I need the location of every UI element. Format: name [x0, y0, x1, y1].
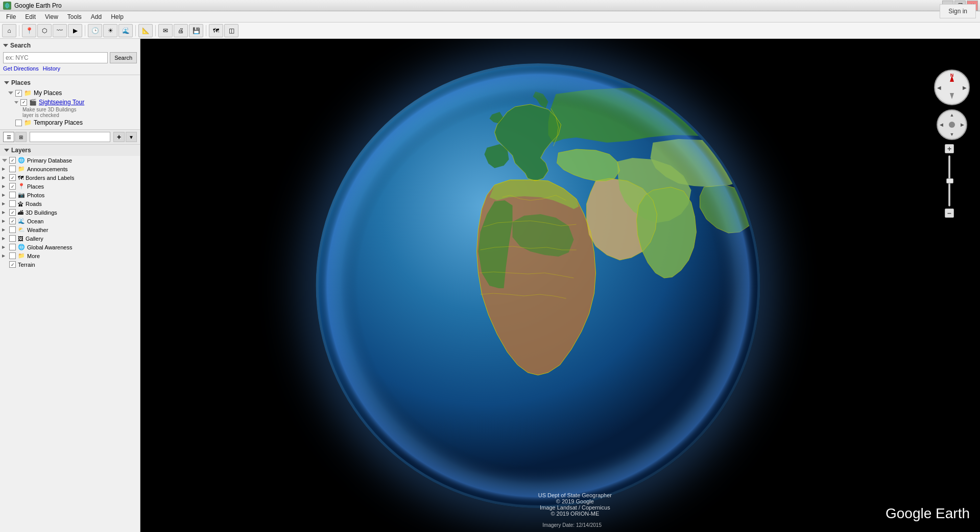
global-awareness-item[interactable]: ▶ 🌐 Global Awareness — [0, 243, 140, 251]
layer-add-button[interactable]: + — [113, 132, 125, 142]
global-awareness-icon: 🌐 — [18, 244, 25, 250]
menu-edit[interactable]: Edit — [21, 12, 40, 21]
tour-icon: 🎬 — [29, 99, 37, 106]
save-image-button[interactable]: 💾 — [189, 24, 203, 37]
3d-buildings-checkbox[interactable] — [9, 209, 16, 216]
email-button[interactable]: ✉ — [158, 24, 173, 37]
look-up-button[interactable]: ▲ — [950, 112, 954, 118]
compass-right-button[interactable]: ▶ — [963, 85, 967, 90]
my-places-item[interactable]: 📁 My Places — [0, 88, 140, 98]
measure-button[interactable]: 📐 — [138, 24, 153, 37]
get-directions-link[interactable]: Get Directions — [3, 65, 39, 72]
layers-search-input[interactable] — [30, 132, 110, 142]
search-button[interactable]: Search — [110, 52, 137, 63]
weather-item[interactable]: ▶ ⛅ Weather — [0, 225, 140, 234]
borders-labels-item[interactable]: ▶ 🗺 Borders and Labels — [0, 173, 140, 182]
more-checkbox[interactable] — [9, 252, 16, 259]
places-header[interactable]: Places — [0, 77, 140, 88]
map-maker-button[interactable]: 🗺 — [209, 24, 223, 37]
borders-checkbox[interactable] — [9, 174, 16, 181]
compass-left-button[interactable]: ◀ — [937, 85, 941, 90]
layer-list-view-button[interactable]: ☰ — [3, 132, 14, 142]
zoom-out-button[interactable]: – — [945, 209, 954, 218]
places-layer-icon: 📍 — [18, 183, 25, 190]
my-places-expand-icon — [8, 91, 13, 95]
view-button[interactable]: ◫ — [224, 24, 238, 37]
photos-item[interactable]: ▶ 📷 Photos — [0, 191, 140, 199]
roads-checkbox[interactable] — [9, 200, 16, 207]
look-right-button[interactable]: ▶ — [961, 122, 964, 127]
more-item[interactable]: ▶ 📁 More — [0, 251, 140, 260]
print-button[interactable]: 🖨 — [174, 24, 188, 37]
add-placemark-button[interactable]: 📍 — [22, 24, 36, 37]
roads-label: Roads — [26, 201, 42, 207]
look-down-button[interactable]: ▼ — [950, 132, 954, 137]
announcements-icon: 📁 — [18, 166, 25, 172]
announcements-item[interactable]: ▶ 📁 Announcements — [0, 165, 140, 173]
menu-add[interactable]: Add — [87, 12, 106, 21]
3d-buildings-item[interactable]: ▶ 🏙 3D Buildings — [0, 208, 140, 217]
sightseeing-tour-label[interactable]: Sightseeing Tour — [39, 99, 84, 106]
announcements-checkbox[interactable] — [9, 166, 16, 172]
roads-icon: 🛣 — [18, 201, 23, 207]
ocean-item[interactable]: ▶ 🌊 Ocean — [0, 217, 140, 225]
sightseeing-tour-item[interactable]: 🎬 Sightseeing Tour — [0, 98, 140, 107]
terrain-item[interactable]: Terrain — [0, 260, 140, 269]
my-places-checkbox[interactable] — [15, 90, 22, 97]
search-header[interactable]: Search — [3, 42, 137, 49]
layer-grid-view-button[interactable]: ⊞ — [15, 132, 27, 142]
places-layer-checkbox[interactable] — [9, 183, 16, 190]
sightseeing-expand-icon — [14, 101, 18, 104]
primary-db-expand-icon — [2, 159, 7, 162]
menu-file[interactable]: File — [2, 12, 20, 21]
gallery-checkbox[interactable] — [9, 235, 16, 242]
layer-menu-button[interactable]: ▼ — [126, 132, 137, 142]
global-awareness-checkbox[interactable] — [9, 244, 16, 250]
menu-tools[interactable]: Tools — [63, 12, 86, 21]
compass-outer[interactable]: N ◀ ▶ — [934, 70, 970, 105]
google-logo-text: Google — [886, 505, 931, 521]
historical-imagery-button[interactable]: 🕒 — [88, 24, 102, 37]
primary-database-item[interactable]: 🌐 Primary Database — [0, 156, 140, 165]
roads-item[interactable]: ▶ 🛣 Roads — [0, 199, 140, 208]
temporary-places-checkbox[interactable] — [15, 120, 22, 126]
toolbar-separator-4 — [155, 25, 156, 36]
layers-header[interactable]: Layers — [0, 145, 140, 156]
announcements-expand-icon: ▶ — [2, 167, 7, 171]
photos-checkbox[interactable] — [9, 192, 16, 198]
earth-globe — [316, 63, 760, 508]
sightseeing-checkbox[interactable] — [20, 99, 27, 106]
temporary-places-item[interactable]: 📁 Temporary Places — [0, 118, 140, 127]
menu-view[interactable]: View — [41, 12, 62, 21]
look-left-button[interactable]: ◀ — [940, 122, 943, 127]
add-polygon-button[interactable]: ⬡ — [37, 24, 52, 37]
weather-checkbox[interactable] — [9, 226, 16, 233]
roads-expand-icon: ▶ — [2, 201, 7, 206]
search-input-row: Search — [3, 52, 137, 63]
zoom-slider-thumb[interactable] — [946, 178, 953, 183]
add-path-button[interactable]: 〰 — [53, 24, 67, 37]
sun-button[interactable]: ☀ — [103, 24, 117, 37]
signin-button[interactable]: Sign in — [940, 4, 976, 18]
temp-folder-icon: 📁 — [24, 119, 32, 126]
history-link[interactable]: History — [43, 65, 60, 72]
terrain-checkbox[interactable] — [9, 261, 16, 268]
places-layer-expand-icon: ▶ — [2, 184, 7, 189]
ocean-checkbox[interactable] — [9, 218, 16, 224]
layers-toolbar-left: ☰ ⊞ — [3, 132, 27, 142]
places-layer-item[interactable]: ▶ 📍 Places — [0, 182, 140, 191]
gallery-item[interactable]: ▶ 🖼 Gallery — [0, 234, 140, 243]
titlebar-title: Google Earth Pro — [14, 2, 62, 9]
map-area[interactable]: N ◀ ▶ ▲ ▼ ◀ ▶ + – — [140, 39, 980, 532]
more-icon: 📁 — [18, 252, 25, 259]
primary-db-checkbox[interactable] — [9, 157, 16, 164]
search-input[interactable] — [3, 52, 108, 63]
zoom-in-button[interactable]: + — [945, 144, 954, 153]
home-button[interactable]: ⌂ — [2, 24, 16, 37]
record-tour-button[interactable]: ▶ — [68, 24, 82, 37]
primary-db-label: Primary Database — [27, 157, 72, 164]
ocean-button[interactable]: 🌊 — [118, 24, 133, 37]
look-joystick[interactable]: ▲ ▼ ◀ ▶ — [937, 109, 967, 140]
compass[interactable]: N ◀ ▶ — [934, 70, 970, 105]
menu-help[interactable]: Help — [107, 12, 128, 21]
